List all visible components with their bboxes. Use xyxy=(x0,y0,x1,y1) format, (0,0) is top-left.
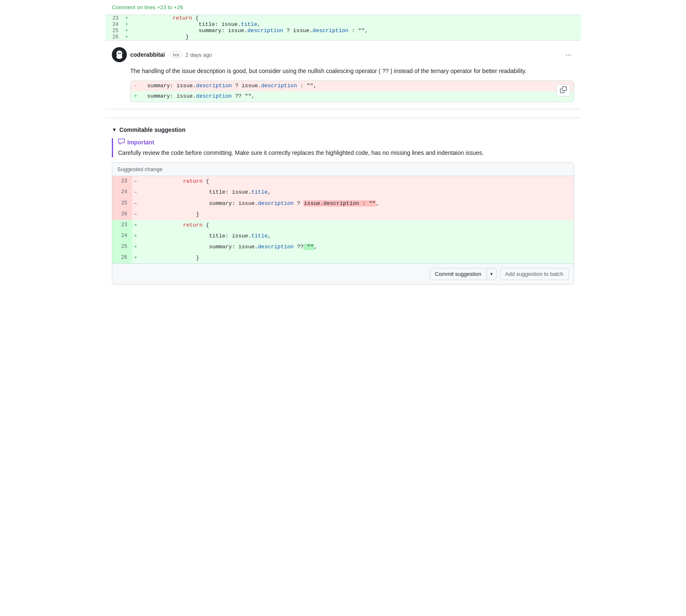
code-sug-line-added: + summary: issue.description ?? "", xyxy=(131,91,574,102)
chat-icon xyxy=(118,138,125,145)
range-start: +23 xyxy=(157,4,166,10)
diff-row-removed-23: 23 – return { xyxy=(112,176,574,187)
suggested-change-header: Suggested change xyxy=(112,163,574,176)
line-marker-24: + xyxy=(125,22,134,28)
range-end: +26 xyxy=(174,4,183,10)
code-26-added: } xyxy=(141,252,574,263)
num-25-added: 25 xyxy=(112,242,132,252)
code-suggestion-block: - summary: issue.description ? issue.des… xyxy=(130,81,574,102)
diff-line-24: 24 + title: issue.title, xyxy=(105,21,581,28)
num-24-added: 24 xyxy=(112,231,132,242)
minus-marker: - xyxy=(134,82,141,91)
line-marker-23: + xyxy=(125,15,134,21)
line-content-26: } xyxy=(134,34,189,40)
marker-26-added: + xyxy=(132,252,141,263)
commit-suggestion-label: Commit suggestion xyxy=(430,268,487,280)
commitable-section: ▼ Commitable suggestion Important Carefu… xyxy=(105,126,581,291)
num-23-added: 23 xyxy=(112,220,132,231)
important-icon xyxy=(118,138,125,146)
suggested-change-box: Suggested change 23 – return { 24 – titl… xyxy=(112,162,574,285)
avatar xyxy=(112,47,127,62)
sug-content-removed: summary: issue.description ? issue.descr… xyxy=(144,82,317,91)
copy-button[interactable] xyxy=(556,84,570,96)
sug-content-added: summary: issue.description ?? "", xyxy=(144,92,255,101)
diff-row-added-23: 23 + return { xyxy=(112,220,574,231)
suggestion-footer: Commit suggestion ▾ Add suggestion to ba… xyxy=(112,263,574,284)
line-marker-26: + xyxy=(125,34,134,40)
diff-table: 23 – return { 24 – title: issue.title, 2… xyxy=(112,176,574,263)
commitable-title: Commitable suggestion xyxy=(119,126,186,133)
important-banner: Important Carefully review the code befo… xyxy=(112,138,574,157)
marker-24-added: + xyxy=(132,231,141,242)
line-content-25: summary: issue.description ? issue.descr… xyxy=(134,28,368,34)
triangle-icon: ▼ xyxy=(112,127,117,133)
important-text-label: Important xyxy=(127,139,154,146)
page-container: Comment on lines +23 to +26 23 + return … xyxy=(105,0,581,291)
diff-line-23: 23 + return { xyxy=(105,15,581,21)
code-23-added: return { xyxy=(141,220,574,231)
marker-24-removed: – xyxy=(132,187,141,198)
code-sug-line-removed: - summary: issue.description ? issue.des… xyxy=(131,81,574,91)
diff-line-26: 26 + } xyxy=(105,34,581,40)
commitable-header: ▼ Commitable suggestion xyxy=(112,126,574,133)
code-23-removed: return { xyxy=(141,176,574,187)
diff-row-added-24: 24 + title: issue.title, xyxy=(112,231,574,242)
num-25-removed: 25 xyxy=(112,198,132,209)
add-to-batch-button[interactable]: Add suggestion to batch xyxy=(500,268,569,280)
marker-23-added: + xyxy=(132,220,141,231)
copy-icon xyxy=(560,86,567,93)
more-options-button[interactable]: ··· xyxy=(563,50,574,60)
marker-25-removed: – xyxy=(132,198,141,209)
range-to: to xyxy=(168,4,172,10)
important-body: Carefully review the code before committ… xyxy=(118,148,574,157)
diff-line-25: 25 + summary: issue.description ? issue.… xyxy=(105,28,581,34)
diff-row-added-25: 25 + summary: issue.description ?? "", xyxy=(112,242,574,252)
line-marker-25: + xyxy=(125,28,134,34)
num-23-removed: 23 xyxy=(112,176,132,187)
top-diff-block: 23 + return { 24 + title: issue.title, 2… xyxy=(105,15,581,40)
marker-25-added: + xyxy=(132,242,141,252)
comment-author-area: coderabbitai bot 2 days ago xyxy=(112,47,212,62)
code-25-removed: summary: issue.description ? issue.descr… xyxy=(141,198,574,209)
plus-marker: + xyxy=(134,92,141,101)
num-26-added: 26 xyxy=(112,252,132,263)
code-25-added: summary: issue.description ?? "", xyxy=(141,242,574,252)
num-26-removed: 26 xyxy=(112,209,132,220)
divider xyxy=(105,118,581,118)
line-num-26: 26 xyxy=(105,34,125,40)
line-num-25: 25 xyxy=(105,28,125,34)
diff-row-removed-24: 24 – title: issue.title, xyxy=(112,187,574,198)
line-num-23: 23 xyxy=(105,15,125,21)
bot-badge: bot xyxy=(170,51,182,58)
comment-header: coderabbitai bot 2 days ago ··· xyxy=(112,47,574,62)
comment-on-lines-label: Comment on lines xyxy=(112,4,156,10)
comment-section: coderabbitai bot 2 days ago ··· The hand… xyxy=(105,40,581,109)
code-24-added: title: issue.title, xyxy=(141,231,574,242)
diff-row-removed-26: 26 – } xyxy=(112,209,574,220)
line-content-23: return { xyxy=(134,15,199,21)
num-24-removed: 24 xyxy=(112,187,132,198)
marker-23-removed: – xyxy=(132,176,141,187)
comment-text: The handling of the issue description is… xyxy=(130,66,574,76)
comment-timestamp: 2 days ago xyxy=(186,52,212,58)
author-name: coderabbitai xyxy=(130,51,165,58)
line-content-24: title: issue.title, xyxy=(134,21,260,28)
comment-on-lines-header: Comment on lines +23 to +26 xyxy=(105,0,581,15)
diff-row-removed-25: 25 – summary: issue.description ? issue.… xyxy=(112,198,574,209)
avatar-icon xyxy=(114,50,124,60)
comment-body: The handling of the issue description is… xyxy=(130,66,574,102)
diff-row-added-26: 26 + } xyxy=(112,252,574,263)
marker-26-removed: – xyxy=(132,209,141,220)
commit-caret-icon[interactable]: ▾ xyxy=(487,269,496,279)
commit-suggestion-button[interactable]: Commit suggestion ▾ xyxy=(429,268,496,280)
code-26-removed: } xyxy=(141,209,574,220)
important-label: Important xyxy=(118,138,574,146)
code-24-removed: title: issue.title, xyxy=(141,187,574,198)
line-num-24: 24 xyxy=(105,22,125,28)
